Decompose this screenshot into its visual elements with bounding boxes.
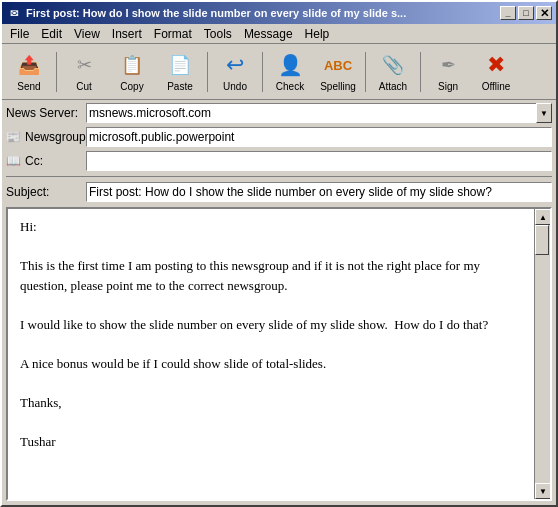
check-button[interactable]: 👤 Check — [267, 47, 313, 97]
news-server-dropdown-button[interactable]: ▼ — [536, 103, 552, 123]
copy-label: Copy — [120, 81, 143, 92]
cut-label: Cut — [76, 81, 92, 92]
news-server-row: News Server: ▼ — [6, 102, 552, 124]
news-server-label: News Server: — [6, 106, 86, 120]
cut-icon: ✂ — [70, 51, 98, 79]
newsgroups-row: 📰 Newsgroups: — [6, 126, 552, 148]
newsgroups-label: 📰 Newsgroups: — [6, 130, 86, 144]
menu-file[interactable]: File — [4, 25, 35, 43]
cut-button[interactable]: ✂ Cut — [61, 47, 107, 97]
newsgroup-icon: 📰 — [6, 130, 21, 144]
copy-button[interactable]: 📋 Copy — [109, 47, 155, 97]
message-body[interactable]: Hi: This is the first time I am posting … — [8, 209, 534, 499]
scroll-up-button[interactable]: ▲ — [535, 209, 551, 225]
menu-edit[interactable]: Edit — [35, 25, 68, 43]
toolbar-sep-5 — [420, 52, 421, 92]
menu-help[interactable]: Help — [299, 25, 336, 43]
newsgroups-input[interactable] — [86, 127, 552, 147]
toolbar: 📤 Send ✂ Cut 📋 Copy 📄 Paste ↩ Undo 👤 Che… — [2, 44, 556, 100]
subject-label: Subject: — [6, 185, 86, 199]
cc-input[interactable] — [86, 151, 552, 171]
form-separator — [6, 176, 552, 177]
menu-message[interactable]: Message — [238, 25, 299, 43]
spelling-label: Spelling — [320, 81, 356, 92]
scroll-track[interactable] — [535, 225, 550, 483]
close-button[interactable]: ✕ — [536, 6, 552, 20]
undo-button[interactable]: ↩ Undo — [212, 47, 258, 97]
menu-format[interactable]: Format — [148, 25, 198, 43]
news-server-input[interactable] — [86, 103, 536, 123]
title-bar: ✉ First post: How do I show the slide nu… — [2, 2, 556, 24]
vertical-scrollbar: ▲ ▼ — [534, 209, 550, 499]
sign-icon: ✒ — [434, 51, 462, 79]
toolbar-sep-2 — [207, 52, 208, 92]
offline-button[interactable]: ✖ Offline — [473, 47, 519, 97]
scroll-down-button[interactable]: ▼ — [535, 483, 551, 499]
toolbar-sep-3 — [262, 52, 263, 92]
spelling-icon: ABC — [324, 51, 352, 79]
sign-label: Sign — [438, 81, 458, 92]
scroll-thumb[interactable] — [535, 225, 549, 255]
menu-view[interactable]: View — [68, 25, 106, 43]
app-icon: ✉ — [6, 5, 22, 21]
paste-icon: 📄 — [166, 51, 194, 79]
cc-label: 📖 Cc: — [6, 154, 86, 168]
menu-bar: File Edit View Insert Format Tools Messa… — [2, 24, 556, 44]
copy-icon: 📋 — [118, 51, 146, 79]
subject-row: Subject: — [6, 181, 552, 203]
offline-label: Offline — [482, 81, 511, 92]
undo-icon: ↩ — [221, 51, 249, 79]
undo-label: Undo — [223, 81, 247, 92]
check-label: Check — [276, 81, 304, 92]
toolbar-sep-4 — [365, 52, 366, 92]
menu-tools[interactable]: Tools — [198, 25, 238, 43]
subject-input[interactable] — [86, 182, 552, 202]
spelling-button[interactable]: ABC Spelling — [315, 47, 361, 97]
attach-button[interactable]: 📎 Attach — [370, 47, 416, 97]
window-title: First post: How do I show the slide numb… — [26, 7, 500, 19]
news-server-field: ▼ — [86, 103, 552, 123]
offline-icon: ✖ — [482, 51, 510, 79]
window-controls: _ □ ✕ — [500, 6, 552, 20]
maximize-button[interactable]: □ — [518, 6, 534, 20]
paste-label: Paste — [167, 81, 193, 92]
menu-insert[interactable]: Insert — [106, 25, 148, 43]
check-icon: 👤 — [276, 51, 304, 79]
attach-label: Attach — [379, 81, 407, 92]
send-label: Send — [17, 81, 40, 92]
paste-button[interactable]: 📄 Paste — [157, 47, 203, 97]
address-book-icon: 📖 — [6, 154, 21, 168]
attach-icon: 📎 — [379, 51, 407, 79]
minimize-button[interactable]: _ — [500, 6, 516, 20]
sign-button[interactable]: ✒ Sign — [425, 47, 471, 97]
message-area: Hi: This is the first time I am posting … — [6, 207, 552, 501]
form-area: News Server: ▼ 📰 Newsgroups: 📖 Cc: Subje… — [2, 100, 556, 205]
cc-row: 📖 Cc: — [6, 150, 552, 172]
send-icon: 📤 — [15, 51, 43, 79]
send-button[interactable]: 📤 Send — [6, 47, 52, 97]
main-window: ✉ First post: How do I show the slide nu… — [0, 0, 558, 507]
toolbar-sep-1 — [56, 52, 57, 92]
